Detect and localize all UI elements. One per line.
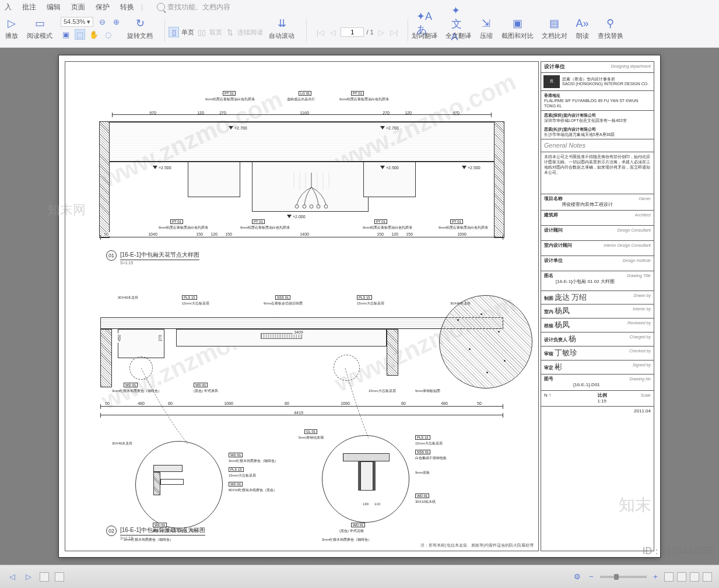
dual-page-button[interactable]: ▯▯ xyxy=(197,27,207,37)
search-box[interactable]: 查找功能、文档内容 xyxy=(157,2,230,12)
full-translate-icon: ✦文A xyxy=(451,16,465,30)
detail-b xyxy=(322,435,409,523)
menu-annotate[interactable]: 批注 xyxy=(22,2,36,12)
detail-a xyxy=(135,441,223,528)
svg-point-1 xyxy=(295,205,299,208)
page-input[interactable] xyxy=(341,27,364,37)
page-total: / 1 xyxy=(366,29,373,36)
word-trans-button[interactable]: ✦Aあ 划词翻译 xyxy=(412,16,437,40)
next-page-icon[interactable]: ▷ xyxy=(376,27,387,37)
view-mode-1-icon[interactable] xyxy=(40,572,49,582)
marquee-icon[interactable]: ◌ xyxy=(103,29,113,40)
select-tool-icon[interactable]: ⬚ xyxy=(75,29,85,40)
view-mode-2-icon[interactable] xyxy=(55,572,64,582)
rotate-icon: ↻ xyxy=(133,16,147,30)
full-trans-button[interactable]: ✦文A 全文翻译 xyxy=(446,16,471,40)
menu-separator: | xyxy=(141,3,143,11)
zoom-slider[interactable] xyxy=(600,576,647,578)
figure-2-wall: 30X40木龙骨 PLS 15 15mm大芯板基层 SSS 01 9mm石膏板金… xyxy=(89,272,515,447)
read-mode-button[interactable]: ▭ 阅读模式 xyxy=(27,16,52,40)
sb-layout-1-icon[interactable] xyxy=(664,572,674,582)
footnote: 注：所有木材(包括木龙骨、底板等)均需作适当的防火防腐处理 xyxy=(420,542,534,548)
figure-1-ceiling: 970 120 270 1160 270 120 970 +2.700 +2.7… xyxy=(89,79,515,243)
last-page-icon[interactable]: ▷| xyxy=(389,27,399,37)
speaker-icon: A» xyxy=(576,16,590,30)
sb-zoom-in-icon[interactable]: + xyxy=(650,572,661,582)
find-replace-button[interactable]: ⚲ 查找替换 xyxy=(598,16,623,40)
doc-compare-icon: ▤ xyxy=(548,16,562,30)
play-button[interactable]: ▷ 播放 xyxy=(5,16,19,40)
doc-compare-button[interactable]: ▤ 文档比对 xyxy=(542,16,567,40)
id-tag: ID：1125434755 xyxy=(643,545,713,558)
sb-settings-icon[interactable]: ⚙ xyxy=(572,572,583,582)
fit-width-icon[interactable]: ▣ xyxy=(61,29,71,40)
search-placeholder: 查找功能、文档内容 xyxy=(167,2,230,12)
figure-1-title: 01[16-E-1]中包厢天花节点大样图 S=1:15 xyxy=(106,250,199,265)
detail-circles: 30X40木龙骨 WD 01 3mm红檀木饰面擦色（咖啡色） PLS 15 15… xyxy=(135,435,474,540)
book-icon: ▭ xyxy=(33,16,47,30)
svg-point-2 xyxy=(303,205,306,208)
svg-point-4 xyxy=(317,205,320,208)
menu-page[interactable]: 页面 xyxy=(71,2,85,12)
sb-layout-3-icon[interactable] xyxy=(690,572,699,582)
ceiling-drop-1 xyxy=(188,162,240,197)
title-block: 设计单位Designing department 思 思索（香港）室内设计事务所… xyxy=(541,61,654,551)
ceiling-slab xyxy=(110,121,494,162)
screenshot-compare-button[interactable]: ▣ 截图和对比 xyxy=(501,16,534,40)
chandelier-icon xyxy=(288,173,335,214)
translate-icon: ✦Aあ xyxy=(418,16,432,30)
wall-right xyxy=(494,121,504,238)
zoom-select[interactable]: 54.53% ▾ xyxy=(61,17,93,27)
wall-header xyxy=(176,329,387,346)
pdf-page: www.znzmo.com www.znzmo.com www.znzmo.co… xyxy=(58,55,661,558)
sb-zoom-out-icon[interactable]: − xyxy=(586,572,597,582)
auto-scroll-button[interactable]: ⇊ 自动滚动 xyxy=(269,16,294,40)
single-page-button[interactable]: ▯ xyxy=(169,27,179,37)
prev-page-icon[interactable]: ◁ xyxy=(328,27,338,37)
read-aloud-button[interactable]: A» 朗读 xyxy=(576,16,590,40)
figure-2-title: 02[16-E-1]中包厢背景墙节点大样图 S=1:15 xyxy=(106,526,205,540)
wall-left xyxy=(99,121,110,238)
zoom-out-icon[interactable]: ⊖ xyxy=(97,16,107,27)
scroll-icon: ⇊ xyxy=(275,16,289,30)
compare-icon: ▣ xyxy=(510,16,524,30)
nav-next-icon[interactable]: ▷ xyxy=(23,572,34,582)
document-viewport[interactable]: www.znzmo.com www.znzmo.com www.znzmo.co… xyxy=(0,48,719,565)
menu-insert[interactable]: 入 xyxy=(5,2,12,12)
menu-edit[interactable]: 编辑 xyxy=(47,2,61,12)
rotate-button[interactable]: ↻ 旋转文档 xyxy=(127,16,153,40)
play-icon: ▷ xyxy=(5,16,19,30)
compress-button[interactable]: ⇲ 压缩 xyxy=(479,16,493,40)
drawing-area: 970 120 270 1160 270 120 970 +2.700 +2.7… xyxy=(65,61,539,551)
nav-prev-icon[interactable]: ◁ xyxy=(7,572,17,582)
statusbar: ◁ ▷ ⚙ − + xyxy=(0,565,719,588)
svg-point-3 xyxy=(310,205,313,208)
menu-protect[interactable]: 保护 xyxy=(96,2,110,12)
find-icon: ⚲ xyxy=(604,16,618,30)
sb-fullscreen-icon[interactable] xyxy=(703,572,712,582)
compress-icon: ⇲ xyxy=(479,16,493,30)
continuous-button[interactable]: ⇅ xyxy=(225,27,235,37)
menu-convert[interactable]: 转换 xyxy=(120,2,134,12)
sb-layout-2-icon[interactable] xyxy=(677,572,686,582)
company-logo: 思 xyxy=(543,75,560,88)
svg-point-5 xyxy=(324,205,328,208)
toolbar-separator xyxy=(164,19,165,42)
search-icon xyxy=(157,3,165,11)
zoom-in-icon[interactable]: ⊕ xyxy=(111,16,121,27)
first-page-icon[interactable]: |◁ xyxy=(315,27,325,37)
hand-tool-icon[interactable]: ✋ xyxy=(89,29,99,40)
